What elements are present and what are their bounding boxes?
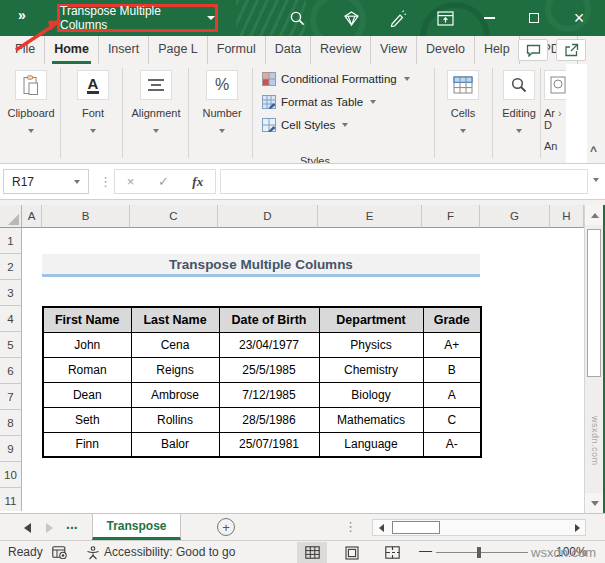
row-header-6[interactable]: 6 <box>0 358 22 384</box>
column-header-h[interactable]: H <box>550 205 584 228</box>
table-header-cell[interactable]: Grade <box>423 307 481 332</box>
editing-group[interactable]: Editing <box>494 70 544 137</box>
search-icon[interactable] <box>280 0 314 36</box>
row-header-2[interactable]: 2 <box>0 254 22 280</box>
clipboard-group[interactable]: Clipboard <box>2 70 60 137</box>
ribbon-tab-insert[interactable]: Insert <box>99 36 149 64</box>
table-cell[interactable]: Finn <box>43 432 131 457</box>
table-cell[interactable]: Biology <box>319 382 423 407</box>
row-header-7[interactable]: 7 <box>0 384 22 410</box>
scroll-up-button[interactable] <box>585 205 604 225</box>
cell-styles-button[interactable]: Cell Styles <box>262 117 434 132</box>
column-header-a[interactable]: A <box>22 205 42 228</box>
comments-button[interactable] <box>518 39 548 61</box>
table-cell[interactable]: Language <box>319 432 423 457</box>
enter-check-icon[interactable]: ✓ <box>158 174 169 189</box>
number-group[interactable]: % Number <box>193 70 251 137</box>
cells-group[interactable]: Cells <box>437 70 489 137</box>
ribbon-tab-develo[interactable]: Develo <box>417 36 475 64</box>
ribbon-tab-review[interactable]: Review <box>311 36 371 64</box>
sheet-tab-transpose[interactable]: Transpose <box>92 514 181 540</box>
table-cell[interactable]: Dean <box>43 382 131 407</box>
accessibility-icon[interactable] <box>86 546 100 563</box>
row-header-1[interactable]: 1 <box>0 228 22 254</box>
table-header-cell[interactable]: First Name <box>43 307 131 332</box>
quick-access-overflow-button[interactable]: » <box>18 7 27 23</box>
cancel-icon[interactable]: × <box>127 174 135 189</box>
row-header-11[interactable]: 11 <box>0 488 22 511</box>
column-header-g[interactable]: G <box>480 205 550 228</box>
insert-function-button[interactable]: fx <box>192 174 203 190</box>
table-cell[interactable]: 25/5/1985 <box>219 357 319 382</box>
ribbon-tab-data[interactable]: Data <box>266 36 311 64</box>
close-button[interactable]: × <box>560 0 598 36</box>
column-header-d[interactable]: D <box>218 205 318 228</box>
table-cell[interactable]: Reigns <box>131 357 219 382</box>
previous-sheet-icon[interactable] <box>24 523 31 533</box>
table-cell[interactable]: Physics <box>319 332 423 357</box>
table-header-cell[interactable]: Date of Birth <box>219 307 319 332</box>
table-cell[interactable]: 23/04/1977 <box>219 332 319 357</box>
row-header-9[interactable]: 9 <box>0 436 22 462</box>
row-header-3[interactable]: 3 <box>0 280 22 306</box>
vertical-scrollbar-thumb[interactable] <box>587 229 601 377</box>
ribbon-tab-file[interactable]: File <box>6 36 45 64</box>
table-header-cell[interactable]: Department <box>319 307 423 332</box>
ribbon-tab-home[interactable]: Home <box>45 36 99 64</box>
table-cell[interactable]: Ambrose <box>131 382 219 407</box>
next-sheet-icon[interactable] <box>46 523 53 533</box>
table-cell[interactable]: Roman <box>43 357 131 382</box>
conditional-formatting-button[interactable]: Conditional Formatting <box>262 71 434 86</box>
table-cell[interactable]: A+ <box>423 332 481 357</box>
table-cell[interactable]: Balor <box>131 432 219 457</box>
table-cell[interactable]: Mathematics <box>319 407 423 432</box>
table-cell[interactable]: John <box>43 332 131 357</box>
minimize-button[interactable] <box>470 0 508 36</box>
worksheet-title-banner[interactable]: Transpose Multiple Columns <box>42 254 480 277</box>
zoom-slider-handle[interactable] <box>477 547 481 558</box>
row-header-4[interactable]: 4 <box>0 306 22 332</box>
worksheet-area[interactable]: Transpose Multiple Columns First NameLas… <box>22 228 584 511</box>
ribbon-tab-formul[interactable]: Formul <box>208 36 266 64</box>
formula-input[interactable] <box>220 169 588 194</box>
ribbon-tab-help[interactable]: Help <box>475 36 520 64</box>
accessibility-status[interactable]: Accessibility: Good to go <box>104 545 235 559</box>
column-header-b[interactable]: B <box>42 205 130 228</box>
table-cell[interactable]: A <box>423 382 481 407</box>
horizontal-scrollbar[interactable] <box>372 519 586 536</box>
more-sheets-button[interactable]: ... <box>66 516 78 532</box>
table-cell[interactable]: Seth <box>43 407 131 432</box>
maximize-button[interactable] <box>515 0 553 36</box>
vertical-scrollbar[interactable] <box>584 205 603 513</box>
table-cell[interactable]: A- <box>423 432 481 457</box>
table-cell[interactable]: Chemistry <box>319 357 423 382</box>
font-group[interactable]: A Font <box>64 70 122 137</box>
table-cell[interactable]: 25/07/1981 <box>219 432 319 457</box>
normal-view-button[interactable] <box>297 542 327 563</box>
new-sheet-button[interactable]: + <box>217 518 235 536</box>
scroll-down-button[interactable] <box>585 493 604 513</box>
collapse-ribbon-icon[interactable]: ^ <box>590 144 597 158</box>
share-button[interactable] <box>556 39 586 61</box>
table-cell[interactable]: 7/12/1985 <box>219 382 319 407</box>
name-box[interactable]: R17 <box>3 169 89 194</box>
column-header-c[interactable]: C <box>130 205 218 228</box>
scroll-right-button[interactable] <box>569 520 585 535</box>
row-header-8[interactable]: 8 <box>0 410 22 436</box>
alignment-group[interactable]: Alignment <box>127 70 185 137</box>
workbook-title-searchbox[interactable]: Transpose Multiple Columns <box>57 4 218 32</box>
table-cell[interactable]: C <box>423 407 481 432</box>
page-layout-view-button[interactable] <box>337 542 367 563</box>
column-header-e[interactable]: E <box>318 205 422 228</box>
chevron-down-icon[interactable] <box>593 178 599 182</box>
row-header-5[interactable]: 5 <box>0 332 22 358</box>
ribbon-tab-page-l[interactable]: Page L <box>149 36 208 64</box>
table-cell[interactable]: B <box>423 357 481 382</box>
select-all-corner[interactable] <box>0 205 22 228</box>
macro-record-icon[interactable] <box>52 546 67 562</box>
page-break-view-button[interactable] <box>377 542 407 563</box>
row-header-10[interactable]: 10 <box>0 462 22 488</box>
table-cell[interactable]: Rollins <box>131 407 219 432</box>
table-cell[interactable]: Cena <box>131 332 219 357</box>
horizontal-scrollbar-thumb[interactable] <box>392 521 440 534</box>
